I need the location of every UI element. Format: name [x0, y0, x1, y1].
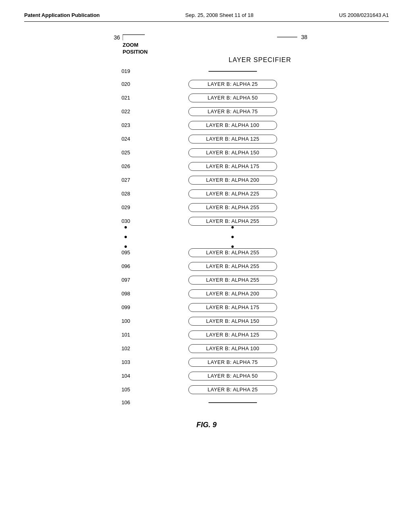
ref-38-label: 38 — [301, 34, 307, 40]
num-row-097: 097 — [102, 273, 150, 287]
entry-028: LAYER B: ALPHA 225 — [154, 187, 311, 201]
num-row-099: 099 — [102, 301, 150, 314]
entry-096: LAYER B: ALPHA 255 — [154, 260, 311, 273]
diagram: 36 ZOOMPOSITION 38 LAYER SP — [24, 34, 389, 429]
ref-36-arrow — [123, 34, 147, 41]
layer-specifier-entries: LAYER B: ALPHA 25 LAYER B: ALPHA 50 LAYE… — [154, 65, 311, 409]
num-row-024: 024 — [102, 132, 150, 146]
num-row-028: 028 — [102, 187, 150, 201]
ref-38-line — [277, 35, 299, 39]
dots-left: • • • — [102, 228, 150, 246]
num-row-098: 098 — [102, 287, 150, 301]
num-row-019: 019 — [102, 65, 150, 77]
entry-024: LAYER B: ALPHA 125 — [154, 132, 311, 146]
num-row-022: 022 — [102, 105, 150, 118]
entry-021: LAYER B: ALPHA 50 — [154, 91, 311, 105]
entry-099: LAYER B: ALPHA 175 — [154, 301, 311, 314]
entry-102: LAYER B: ALPHA 100 — [154, 342, 311, 355]
entry-095: LAYER B: ALPHA 255 — [154, 246, 311, 260]
num-row-101: 101 — [102, 328, 150, 342]
header-date-sheet: Sep. 25, 2008 Sheet 11 of 18 — [185, 12, 253, 18]
entry-022: LAYER B: ALPHA 75 — [154, 105, 311, 118]
ref-36-label: 36 — [114, 34, 120, 41]
num-row-100: 100 — [102, 314, 150, 328]
num-row-095: 095 — [102, 246, 150, 260]
entry-105: LAYER B: ALPHA 25 — [154, 383, 311, 397]
header-patent-num: US 2008/0231643 A1 — [339, 12, 389, 18]
num-row-104: 104 — [102, 369, 150, 383]
entry-029: LAYER B: ALPHA 255 — [154, 201, 311, 214]
entry-020: LAYER B: ALPHA 25 — [154, 77, 311, 91]
zoom-position-numbers: 019 020 021 022 023 024 025 026 027 028 … — [102, 65, 154, 409]
entry-023: LAYER B: ALPHA 100 — [154, 118, 311, 132]
num-row-102: 102 — [102, 342, 150, 355]
entry-104: LAYER B: ALPHA 50 — [154, 369, 311, 383]
data-table: 019 020 021 022 023 024 025 026 027 028 … — [102, 65, 311, 409]
num-row-105: 105 — [102, 383, 150, 397]
zoom-position-label: ZOOMPOSITION — [123, 42, 148, 56]
layer-specifier-label: LAYER SPECIFIER — [229, 56, 291, 64]
entry-097: LAYER B: ALPHA 255 — [154, 273, 311, 287]
num-row-025: 025 — [102, 146, 150, 160]
num-row-021: 021 — [102, 91, 150, 105]
num-row-027: 027 — [102, 173, 150, 187]
num-row-096: 096 — [102, 260, 150, 273]
page: Patent Application Publication Sep. 25, … — [0, 0, 413, 532]
entry-100: LAYER B: ALPHA 150 — [154, 314, 311, 328]
entry-026: LAYER B: ALPHA 175 — [154, 160, 311, 173]
entry-line-106 — [154, 397, 311, 409]
num-row-103: 103 — [102, 355, 150, 369]
dots-right: • • • — [154, 228, 311, 246]
entry-025: LAYER B: ALPHA 150 — [154, 146, 311, 160]
num-row-106: 106 — [102, 397, 150, 409]
num-row-029: 029 — [102, 201, 150, 214]
figure-caption: FIG. 9 — [196, 421, 217, 429]
entry-101: LAYER B: ALPHA 125 — [154, 328, 311, 342]
num-row-023: 023 — [102, 118, 150, 132]
num-row-026: 026 — [102, 160, 150, 173]
header-publication: Patent Application Publication — [24, 12, 100, 18]
entry-line-019 — [154, 65, 311, 77]
page-header: Patent Application Publication Sep. 25, … — [24, 12, 389, 22]
num-row-020: 020 — [102, 77, 150, 91]
entry-027: LAYER B: ALPHA 200 — [154, 173, 311, 187]
entry-103: LAYER B: ALPHA 75 — [154, 355, 311, 369]
entry-098: LAYER B: ALPHA 200 — [154, 287, 311, 301]
